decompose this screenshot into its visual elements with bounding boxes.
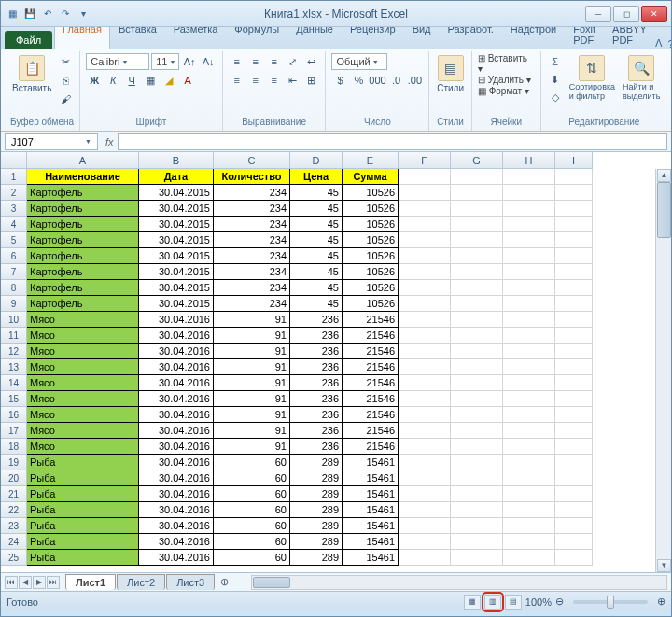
cell[interactable] (451, 296, 503, 312)
cell[interactable]: 30.04.2015 (139, 201, 214, 217)
row-header[interactable]: 24 (1, 534, 27, 550)
cell[interactable]: Мясо (27, 359, 139, 375)
cell[interactable] (555, 217, 593, 232)
cell[interactable] (555, 248, 593, 264)
cell[interactable] (555, 359, 593, 375)
cell[interactable] (555, 550, 593, 566)
cell[interactable]: 236 (290, 359, 343, 375)
zoom-level[interactable]: 100% (525, 596, 552, 608)
cell[interactable] (555, 534, 593, 550)
border-icon[interactable]: ▦ (142, 72, 159, 89)
cell[interactable]: 21546 (343, 359, 399, 375)
cell[interactable] (503, 217, 555, 232)
cell[interactable] (555, 486, 593, 502)
cell[interactable] (399, 439, 451, 455)
cell[interactable]: 10526 (343, 264, 399, 280)
cut-icon[interactable]: ✂ (57, 53, 74, 70)
cell[interactable]: 91 (214, 391, 290, 407)
cell[interactable]: 10526 (343, 232, 399, 248)
cell[interactable] (399, 296, 451, 312)
currency-icon[interactable]: $ (331, 72, 348, 89)
cell[interactable] (555, 407, 593, 423)
cell[interactable]: 45 (290, 280, 343, 296)
cell[interactable]: 21546 (343, 375, 399, 391)
row-header[interactable]: 23 (1, 518, 27, 534)
qat-more-icon[interactable]: ▾ (76, 7, 91, 21)
cell[interactable] (503, 359, 555, 375)
cell[interactable] (451, 201, 503, 217)
cell[interactable]: 60 (214, 534, 290, 550)
cell[interactable] (555, 518, 593, 534)
cell[interactable] (555, 423, 593, 439)
format-painter-icon[interactable]: 🖌 (57, 91, 74, 107)
cell[interactable] (503, 470, 555, 486)
cell[interactable]: 234 (214, 296, 290, 312)
col-header-B[interactable]: B (139, 152, 214, 169)
clear-icon[interactable]: ◇ (547, 89, 564, 105)
cell[interactable]: 236 (290, 407, 343, 423)
dec-decimal-icon[interactable]: .00 (406, 72, 423, 89)
cell[interactable]: 236 (290, 439, 343, 455)
formula-bar[interactable] (118, 133, 667, 150)
cell[interactable] (503, 328, 555, 344)
row-header[interactable]: 19 (1, 455, 27, 470)
cell[interactable] (451, 407, 503, 423)
cell[interactable]: 236 (290, 391, 343, 407)
cell[interactable]: 10526 (343, 201, 399, 217)
cell[interactable]: Мясо (27, 344, 139, 359)
cell[interactable]: 30.04.2015 (139, 280, 214, 296)
cell[interactable]: Мясо (27, 312, 139, 328)
hscroll-thumb[interactable] (253, 577, 290, 588)
sheet-first-icon[interactable]: ⏮ (5, 576, 18, 589)
cell[interactable] (503, 423, 555, 439)
cell[interactable] (399, 502, 451, 518)
cell[interactable]: 30.04.2016 (139, 407, 214, 423)
cell[interactable]: 45 (290, 264, 343, 280)
cell[interactable]: 30.04.2015 (139, 232, 214, 248)
cell[interactable]: 21546 (343, 328, 399, 344)
cell[interactable]: 289 (290, 486, 343, 502)
cell[interactable] (399, 344, 451, 359)
cell[interactable] (451, 312, 503, 328)
cell[interactable] (451, 232, 503, 248)
cell[interactable]: 60 (214, 518, 290, 534)
sheet-prev-icon[interactable]: ◀ (19, 576, 32, 589)
cell[interactable] (399, 518, 451, 534)
cell[interactable]: 30.04.2016 (139, 534, 214, 550)
cell[interactable]: 15461 (343, 534, 399, 550)
col-header-I[interactable]: I (555, 152, 593, 169)
row-header[interactable]: 13 (1, 359, 27, 375)
cell[interactable]: 30.04.2015 (139, 217, 214, 232)
cell[interactable]: Рыба (27, 518, 139, 534)
cell[interactable]: 21546 (343, 391, 399, 407)
cell[interactable]: 45 (290, 201, 343, 217)
cell[interactable]: 15461 (343, 502, 399, 518)
row-header[interactable]: 15 (1, 391, 27, 407)
fill-color-icon[interactable]: ◢ (161, 72, 177, 89)
cell[interactable] (451, 518, 503, 534)
cell[interactable] (503, 550, 555, 566)
cell[interactable]: 289 (290, 550, 343, 566)
cell[interactable]: 289 (290, 470, 343, 486)
inc-decimal-icon[interactable]: .0 (387, 72, 404, 89)
cell[interactable]: Рыба (27, 502, 139, 518)
row-header[interactable]: 17 (1, 423, 27, 439)
font-name-select[interactable]: Calibri▼ (86, 53, 149, 70)
cell[interactable] (555, 470, 593, 486)
fx-icon[interactable]: fx (105, 136, 114, 147)
cell[interactable]: Рыба (27, 534, 139, 550)
cell[interactable]: 30.04.2016 (139, 328, 214, 344)
align-center-icon[interactable]: ≡ (247, 72, 264, 89)
cell[interactable]: 30.04.2016 (139, 359, 214, 375)
col-header-D[interactable]: D (290, 152, 343, 169)
col-header-C[interactable]: C (214, 152, 290, 169)
cell[interactable]: 30.04.2016 (139, 502, 214, 518)
cell[interactable] (451, 439, 503, 455)
format-cells-button[interactable]: ▦ Формат ▾ (478, 86, 529, 96)
select-all-corner[interactable] (1, 152, 27, 169)
cell[interactable]: 15461 (343, 518, 399, 534)
cell[interactable]: 45 (290, 248, 343, 264)
find-select-button[interactable]: 🔍Найти и выделить (621, 53, 662, 104)
cell[interactable] (451, 344, 503, 359)
cell[interactable]: 10526 (343, 296, 399, 312)
